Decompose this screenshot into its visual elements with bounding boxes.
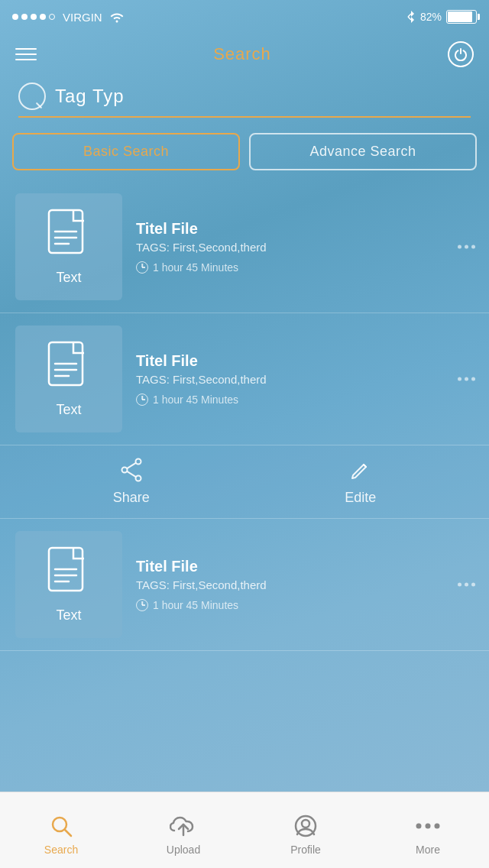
file-tags-1: TAGS: First,Second,therd <box>136 241 474 254</box>
list-item: Text Titel File TAGS: First,Second,therd… <box>0 519 489 651</box>
file-label-3: Text <box>56 607 81 623</box>
more-options-1[interactable] <box>458 245 475 249</box>
power-button[interactable] <box>448 41 474 67</box>
svg-line-14 <box>127 471 136 477</box>
file-thumbnail-2: Text <box>15 326 122 432</box>
dot-2 <box>21 14 28 20</box>
bottom-tab-bar: Search Upload Profile <box>0 792 489 868</box>
share-button[interactable]: Share <box>113 456 150 506</box>
file-label-2: Text <box>56 402 81 418</box>
file-title-1: Titel File <box>136 220 474 238</box>
file-time-1: 1 hour 45 Minutes <box>136 261 474 274</box>
file-title-2: Titel File <box>136 352 474 370</box>
page-title: Search <box>213 44 271 64</box>
tab-more[interactable]: More <box>367 805 489 856</box>
battery-icon <box>446 10 477 24</box>
file-list: Text Titel File TAGS: First,Second,therd… <box>0 181 489 651</box>
search-section <box>0 75 489 118</box>
share-label: Share <box>113 490 150 506</box>
list-item: Text Titel File TAGS: First,Second,therd… <box>0 313 489 445</box>
signal-dots <box>12 14 55 20</box>
dot-4 <box>40 14 46 20</box>
tab-more-label: More <box>416 844 440 856</box>
doc-icon <box>47 546 90 598</box>
status-left: VIRGIN <box>12 11 125 24</box>
file-info-2: Titel File TAGS: First,Second,therd 1 ho… <box>136 352 474 406</box>
search-input[interactable] <box>55 86 471 107</box>
file-title-3: Titel File <box>136 558 474 575</box>
tab-search-label: Search <box>44 844 78 856</box>
clock-icon-1 <box>136 261 148 274</box>
svg-point-12 <box>121 468 127 473</box>
svg-point-10 <box>135 459 141 465</box>
edit-button[interactable]: Edite <box>345 456 376 506</box>
tab-upload[interactable]: Upload <box>122 805 244 856</box>
file-tags-2: TAGS: First,Second,therd <box>136 373 474 386</box>
svg-line-13 <box>127 463 136 468</box>
battery-percent: 82% <box>420 11 442 23</box>
dot-1 <box>12 14 18 20</box>
clock-icon-3 <box>136 599 148 611</box>
file-tags-3: TAGS: First,Second,therd <box>136 578 474 591</box>
file-thumbnail-3: Text <box>15 531 122 638</box>
list-item: Text Titel File TAGS: First,Second,therd… <box>0 181 489 313</box>
svg-line-20 <box>65 830 71 836</box>
carrier-label: VIRGIN <box>63 11 102 24</box>
search-box <box>18 83 471 118</box>
more-options-3[interactable] <box>458 583 475 587</box>
tab-advance-search[interactable]: Advance Search <box>249 133 477 170</box>
file-thumbnail-1: Text <box>15 193 122 300</box>
svg-point-23 <box>302 820 309 828</box>
more-options-2[interactable] <box>458 377 475 381</box>
dot-3 <box>31 14 37 20</box>
tab-row: Basic Search Advance Search <box>0 118 489 170</box>
clock-icon-2 <box>136 394 148 406</box>
file-actions: Share Edite <box>0 445 489 519</box>
status-right: 82% <box>406 10 477 24</box>
doc-icon <box>47 209 90 261</box>
tab-profile[interactable]: Profile <box>244 805 367 856</box>
file-time-3: 1 hour 45 Minutes <box>136 599 474 611</box>
tab-profile-label: Profile <box>290 844 321 856</box>
tab-search[interactable]: Search <box>0 805 122 856</box>
bluetooth-icon <box>406 10 416 24</box>
svg-point-24 <box>416 824 422 829</box>
search-icon <box>18 83 46 110</box>
svg-line-0 <box>408 14 411 17</box>
tab-upload-label: Upload <box>167 844 200 856</box>
svg-point-11 <box>135 476 141 481</box>
file-info-1: Titel File TAGS: First,Second,therd 1 ho… <box>136 220 474 274</box>
wifi-icon <box>108 11 125 23</box>
file-time-2: 1 hour 45 Minutes <box>136 394 474 406</box>
doc-icon <box>47 341 90 393</box>
file-label-1: Text <box>56 270 81 286</box>
tab-basic-search[interactable]: Basic Search <box>12 133 240 170</box>
svg-point-25 <box>426 824 431 829</box>
edit-label: Edite <box>345 490 376 506</box>
svg-line-1 <box>408 17 411 20</box>
hamburger-menu[interactable] <box>15 48 37 60</box>
file-info-3: Titel File TAGS: First,Second,therd 1 ho… <box>136 558 474 611</box>
status-bar: VIRGIN 82% <box>0 0 489 34</box>
svg-point-26 <box>435 824 440 829</box>
dot-5 <box>49 14 55 20</box>
nav-bar: Search <box>0 34 489 75</box>
